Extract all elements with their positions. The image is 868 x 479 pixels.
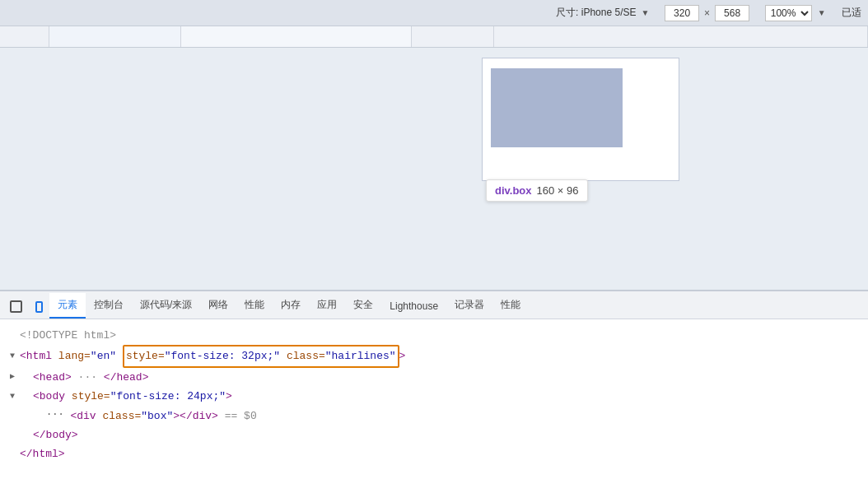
toggle-arrow-head[interactable]: ▶: [10, 370, 20, 384]
device-info: 尺寸: iPhone 5/SE ▼ × 100% 75% 50% ▼ 已适: [556, 5, 861, 21]
tab-device[interactable]: [29, 295, 49, 319]
height-input[interactable]: [715, 5, 749, 21]
code-line-div: ▶ ··· <div class="box" ></div> == $0: [10, 407, 858, 426]
tab-recorder[interactable]: 记录器: [446, 293, 492, 319]
code-line-body: ▼ <body style="font-size: 24px;" >: [10, 387, 858, 406]
tab-lighthouse[interactable]: Lighthouse: [381, 295, 446, 319]
x-separator: ×: [704, 7, 710, 19]
sources-label: 源代码/来源: [140, 298, 192, 312]
performance-label: 性能: [245, 298, 264, 312]
ruler-strip: [0, 26, 868, 48]
code-line-close-html: ▶ </html>: [10, 444, 858, 463]
tooltip-dims: 160 × 96: [537, 184, 579, 197]
box-element-preview: [491, 68, 623, 147]
ruler-cell-1: [0, 26, 49, 47]
toggle-arrow-html[interactable]: ▼: [10, 349, 20, 364]
code-line-html: ▼ <html lang="en" style="font-size: 32px…: [10, 345, 858, 367]
code-line-doctype: ▶ <!DOCTYPE html>: [10, 326, 858, 345]
tab-network[interactable]: 网络: [200, 293, 236, 319]
tab-inspect[interactable]: [3, 295, 29, 319]
device-icon: [35, 301, 43, 313]
toggle-arrow-body[interactable]: ▼: [10, 389, 20, 404]
console-label: 控制台: [94, 298, 124, 312]
preview-region: div.box 160 × 96: [0, 48, 868, 290]
code-line-head: ▶ <head> ··· </head>: [10, 368, 858, 387]
tab-security[interactable]: 安全: [345, 293, 381, 319]
recorder-label: 记录器: [455, 298, 484, 312]
ruler-cell-2: [49, 26, 181, 47]
devtools-code-view: ▶ <!DOCTYPE html> ▼ <html lang="en" styl…: [0, 319, 868, 479]
device-size-label: 尺寸: iPhone 5/SE: [556, 6, 636, 20]
application-label: 应用: [317, 298, 337, 312]
tab-sources[interactable]: 源代码/来源: [132, 293, 200, 319]
width-input[interactable]: [665, 5, 699, 21]
ruler-cell-3: [181, 26, 412, 47]
dropdown-icon[interactable]: ▼: [641, 8, 649, 17]
elements-label: 元素: [58, 298, 77, 312]
lighthouse-label: Lighthouse: [390, 300, 438, 312]
element-tooltip: div.box 160 × 96: [486, 179, 588, 202]
phone-preview: [482, 58, 679, 181]
performance2-label: 性能: [501, 298, 520, 312]
highlighted-style-attr: style="font-size: 32px;" class="hairline…: [123, 345, 399, 367]
tab-memory[interactable]: 内存: [273, 293, 309, 319]
memory-label: 内存: [281, 298, 301, 312]
tooltip-tag: div.box: [495, 184, 532, 197]
tab-elements[interactable]: 元素: [49, 293, 86, 319]
three-dots-button[interactable]: ···: [46, 407, 64, 425]
zoom-select[interactable]: 100% 75% 50%: [765, 5, 812, 21]
network-label: 网络: [208, 298, 228, 312]
tab-performance[interactable]: 性能: [236, 293, 273, 319]
devtools-tab-bar: 元素 控制台 源代码/来源 网络 性能 内存 应用 安全: [0, 291, 868, 319]
devtools-panel: 元素 控制台 源代码/来源 网络 性能 内存 应用 安全: [0, 290, 868, 479]
top-toolbar: 尺寸: iPhone 5/SE ▼ × 100% 75% 50% ▼ 已适: [0, 0, 868, 26]
tab-console[interactable]: 控制台: [86, 293, 132, 319]
ruler-cell-4: [412, 26, 494, 47]
inspect-icon: [10, 300, 22, 313]
already-label: 已适: [842, 6, 861, 20]
tab-application[interactable]: 应用: [309, 293, 345, 319]
tab-performance2[interactable]: 性能: [492, 293, 529, 319]
security-label: 安全: [353, 298, 373, 312]
ruler-cell-5: [494, 26, 868, 47]
dropdown-icon2[interactable]: ▼: [818, 8, 826, 17]
code-line-close-body: ▶ </body>: [10, 426, 858, 444]
main-area: div.box 160 × 96 元素 控制台 源代码/来源: [0, 48, 868, 479]
